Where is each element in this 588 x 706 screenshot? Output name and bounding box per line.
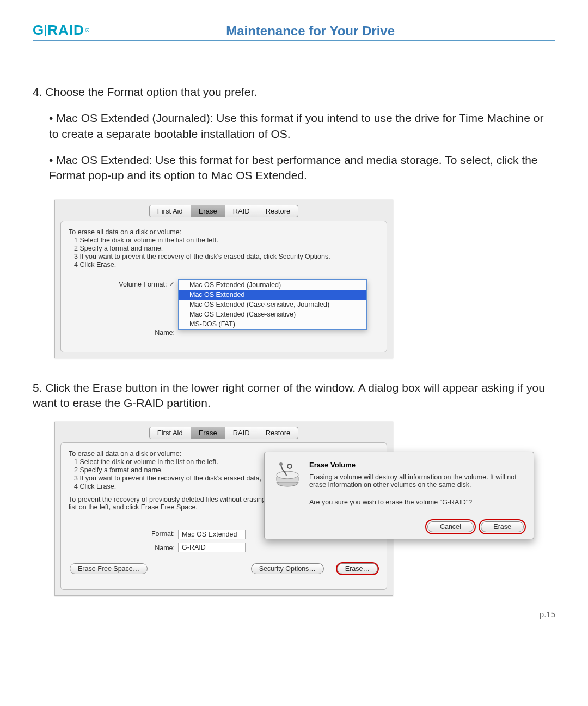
- svg-point-4: [287, 464, 292, 468]
- option-journaled[interactable]: Mac OS Extended (Journaled): [179, 280, 366, 290]
- instr-4: 4 Click Erase.: [74, 261, 379, 269]
- option-extended[interactable]: Mac OS Extended: [179, 290, 366, 300]
- page-number: p.15: [540, 610, 555, 619]
- svg-point-2: [277, 471, 298, 479]
- volume-format-label-text: Volume Format:: [119, 281, 167, 288]
- security-options-button[interactable]: Security Options…: [251, 563, 324, 574]
- erase-confirm-dialog: Erase Volume Erasing a volume will destr…: [264, 452, 534, 539]
- format-value[interactable]: Mac OS Extended: [178, 530, 246, 539]
- step-5: 5. Click the Erase button in the lower r…: [33, 380, 555, 411]
- instr-3: 3 If you want to prevent the recovery of…: [74, 253, 379, 260]
- screenshot-erase-dialog: First Aid Erase RAID Restore To erase al…: [54, 422, 393, 596]
- button-row: Erase Free Space… Security Options… Eras…: [69, 563, 379, 574]
- svg-point-3: [279, 462, 283, 466]
- erase-free-space-button[interactable]: Erase Free Space…: [70, 563, 148, 574]
- dialog-body-1: Erasing a volume will destroy all inform…: [309, 473, 524, 489]
- disk-stethoscope-icon: [273, 461, 302, 489]
- volume-format-label: Volume Format: ✓: [69, 279, 178, 288]
- tab-bar-2: First Aid Erase RAID Restore: [55, 422, 393, 439]
- tab2-erase[interactable]: Erase: [191, 427, 225, 439]
- instr-2: 2 Specify a format and name.: [74, 245, 379, 252]
- name-input[interactable]: G-RAID: [178, 543, 246, 552]
- bullet-journaled: • Mac OS Extended (Journaled): Use this …: [49, 111, 555, 142]
- tab-erase[interactable]: Erase: [191, 205, 225, 217]
- format-label-2: Format:: [69, 530, 178, 538]
- tab2-first-aid[interactable]: First Aid: [150, 427, 191, 439]
- format-dropdown[interactable]: Mac OS Extended (Journaled) Mac OS Exten…: [178, 279, 367, 330]
- erase-panel: To erase all data on a disk or volume: 1…: [60, 221, 387, 352]
- name-row-2: Name: G-RAID: [69, 543, 379, 552]
- tab-bar: First Aid Erase RAID Restore: [55, 200, 393, 217]
- dialog-title: Erase Volume: [309, 461, 524, 469]
- step-4-bullets: • Mac OS Extended (Journaled): Use this …: [49, 111, 555, 183]
- option-cs[interactable]: Mac OS Extended (Case-sensitive): [179, 309, 366, 319]
- instr-0: To erase all data on a disk or volume:: [69, 228, 379, 236]
- logo-text-right: RAID: [47, 22, 84, 39]
- tab-raid[interactable]: RAID: [225, 205, 258, 217]
- option-cs-journaled[interactable]: Mac OS Extended (Case-sensitive, Journal…: [179, 300, 366, 309]
- name-row: Name:: [69, 328, 379, 337]
- name-label-2: Name:: [69, 544, 178, 552]
- logo-text-left: G: [33, 22, 44, 39]
- screenshot-format-dropdown: First Aid Erase RAID Restore To erase al…: [54, 200, 393, 358]
- tab2-raid[interactable]: RAID: [225, 427, 258, 439]
- page-header: G RAID ® Maintenance for Your Drive: [33, 22, 555, 41]
- page-footer: p.15: [33, 607, 555, 619]
- option-msdos[interactable]: MS-DOS (FAT): [179, 319, 366, 329]
- dialog-body-2: Are you sure you wish to erase the volum…: [309, 498, 524, 506]
- logo-divider: [45, 25, 46, 36]
- step-4: 4. Choose the Format option that you pre…: [33, 84, 555, 100]
- bullet-extended: • Mac OS Extended: Use this format for b…: [49, 153, 555, 184]
- page-title: Maintenance for Your Drive: [226, 23, 555, 39]
- tab2-restore[interactable]: Restore: [258, 427, 298, 439]
- tab-restore[interactable]: Restore: [258, 205, 298, 217]
- step-5-text: 5. Click the Erase button in the lower r…: [33, 380, 555, 411]
- instr-1: 1 Select the disk or volume in the list …: [74, 236, 379, 244]
- dialog-cancel-button[interactable]: Cancel: [427, 521, 474, 532]
- brand-logo: G RAID ®: [33, 22, 90, 39]
- dialog-erase-button[interactable]: Erase: [481, 521, 524, 532]
- check-icon: ✓: [169, 281, 175, 288]
- tab-first-aid[interactable]: First Aid: [150, 205, 191, 217]
- erase-button[interactable]: Erase…: [337, 563, 378, 574]
- name-label: Name:: [69, 328, 178, 337]
- body-content: 4. Choose the Format option that you pre…: [33, 84, 555, 184]
- volume-format-row: Volume Format: ✓ Mac OS Extended (Journa…: [69, 279, 379, 330]
- logo-registered: ®: [85, 27, 90, 33]
